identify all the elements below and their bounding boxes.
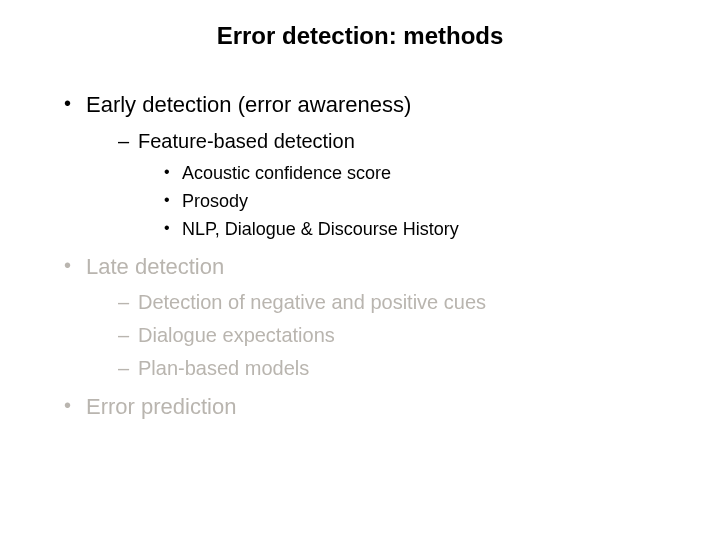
bullet-text: Detection of negative and positive cues (138, 291, 486, 313)
bullet-error-prediction: Error prediction (64, 392, 680, 422)
bullet-late-detection: Late detection Detection of negative and… (64, 252, 680, 383)
bullet-text: Feature-based detection (138, 130, 355, 152)
slide-title: Error detection: methods (40, 22, 680, 50)
bullet-list-level2: Detection of negative and positive cues … (86, 289, 680, 382)
bullet-text: Dialogue expectations (138, 324, 335, 346)
bullet-plan-based-models: Plan-based models (118, 355, 680, 382)
bullet-text: NLP, Dialogue & Discourse History (182, 219, 459, 239)
bullet-acoustic-confidence: Acoustic confidence score (164, 161, 680, 185)
bullet-list-level2: Feature-based detection Acoustic confide… (86, 128, 680, 242)
bullet-prosody: Prosody (164, 189, 680, 213)
bullet-feature-based: Feature-based detection Acoustic confide… (118, 128, 680, 242)
slide: Error detection: methods Early detection… (0, 0, 720, 540)
bullet-dialogue-expectations: Dialogue expectations (118, 322, 680, 349)
bullet-text: Late detection (86, 254, 224, 279)
bullet-negative-positive-cues: Detection of negative and positive cues (118, 289, 680, 316)
bullet-text: Error prediction (86, 394, 236, 419)
bullet-early-detection: Early detection (error awareness) Featur… (64, 90, 680, 242)
bullet-text: Acoustic confidence score (182, 163, 391, 183)
bullet-list-level1: Early detection (error awareness) Featur… (40, 90, 680, 422)
bullet-text: Prosody (182, 191, 248, 211)
bullet-nlp-dialogue: NLP, Dialogue & Discourse History (164, 217, 680, 241)
bullet-text: Plan-based models (138, 357, 309, 379)
bullet-text: Early detection (error awareness) (86, 92, 411, 117)
bullet-list-level3: Acoustic confidence score Prosody NLP, D… (138, 161, 680, 242)
